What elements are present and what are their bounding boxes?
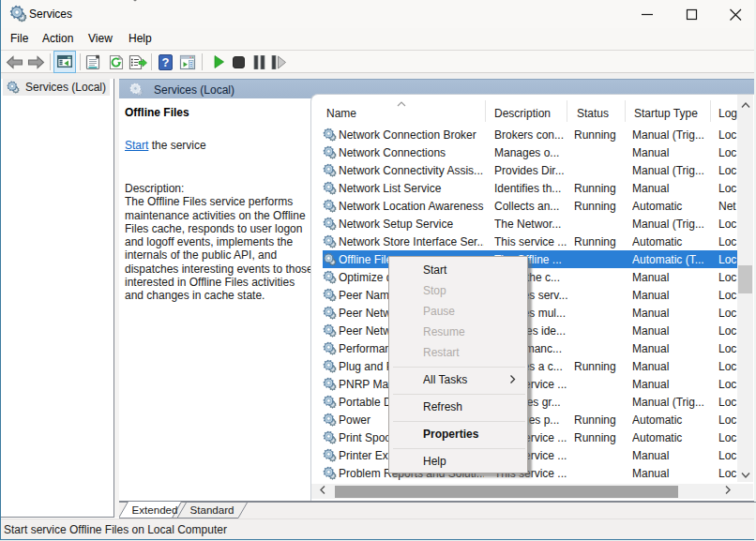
svg-text:Extended: Extended — [132, 503, 178, 516]
svg-text:Standard: Standard — [190, 503, 234, 516]
svg-text:?: ? — [162, 55, 170, 69]
